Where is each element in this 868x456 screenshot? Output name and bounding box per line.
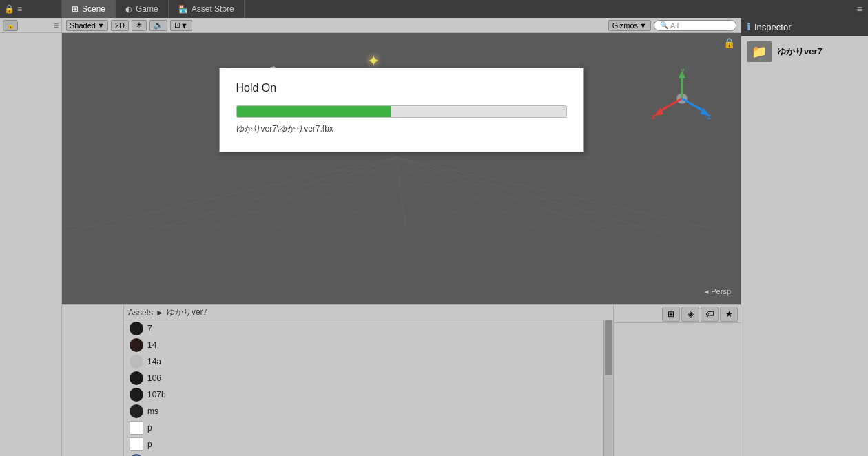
- left-panel: 🔒 ≡: [0, 18, 62, 456]
- asset-thumb-p2: [130, 437, 143, 451]
- bottom-right-panel: ⊞ ◈ 🏷 ★: [613, 304, 741, 456]
- speaker-icon: 🔊: [154, 21, 163, 30]
- inspector-tool-btn-tag[interactable]: 🏷: [701, 307, 719, 322]
- image-dropdown-icon: ▼: [180, 21, 188, 30]
- asset-thumb-106: [130, 371, 143, 385]
- scene-toolbar: Shaded ▼ 2D ☀ 🔊 ⊡ ▼ Gizmos ▼ 🔍: [62, 18, 741, 33]
- tab-options-icon[interactable]: ≡: [851, 0, 868, 18]
- svg-text:x: x: [652, 113, 656, 121]
- breadcrumb: Assets ► ゆかりver7: [128, 307, 207, 318]
- gizmos-label: Gizmos: [612, 21, 638, 30]
- gizmo-svg: y x z: [651, 68, 713, 129]
- shaded-label: Shaded: [70, 21, 96, 30]
- tab-game[interactable]: ◐ Game: [116, 0, 169, 18]
- inspector-info-icon: ℹ: [747, 21, 750, 32]
- main-layout: 🔒 ≡ Shaded ▼ 2D ☀ 🔊 ⊡ ▼: [0, 18, 868, 456]
- list-item[interactable]: p: [124, 419, 603, 436]
- tab-bar: 🔒 ≡ ⊞ Scene ◐ Game 🏪 Asset Store ≡: [0, 0, 868, 18]
- inspector-tool-btn-star[interactable]: ★: [720, 307, 738, 322]
- assets-toolbar: Assets ► ゆかりver7: [124, 305, 613, 320]
- right-panel: ℹ Inspector 📁 ゆかりver7: [741, 18, 868, 456]
- tab-asset-store[interactable]: 🏪 Asset Store: [169, 0, 245, 18]
- scrollbar-thumb[interactable]: [605, 320, 612, 375]
- asset-store-tab-label: Asset Store: [192, 4, 234, 14]
- inspector-body: 📁 ゆかりver7: [741, 36, 868, 456]
- asset-label-14a: 14a: [147, 357, 161, 366]
- svg-text:z: z: [707, 113, 711, 121]
- list-item[interactable]: 106: [124, 370, 603, 386]
- gizmos-btn[interactable]: Gizmos ▼: [608, 20, 651, 31]
- 2d-btn[interactable]: 2D: [111, 20, 129, 31]
- asset-thumb-107b: [130, 388, 143, 402]
- inspector-header: ℹ Inspector: [741, 18, 868, 36]
- scene-tab-label: Scene: [82, 4, 105, 14]
- viewport: ✦ ☁ 🔒: [62, 33, 741, 304]
- asset-label-p2: p: [147, 439, 152, 449]
- lock-vp-icon[interactable]: 🔒: [723, 37, 735, 48]
- asset-thumb-ms: [130, 404, 143, 418]
- progress-label: ゆかりver7\ゆかりver7.fbx: [236, 123, 567, 135]
- gizmos-arrow-icon: ▼: [639, 21, 647, 30]
- inspector-tool-btn-grid[interactable]: ⊞: [662, 307, 680, 322]
- progress-bar-fill: [237, 106, 392, 117]
- progress-bar-container: [236, 105, 567, 118]
- asset-thumb-7: [130, 322, 143, 335]
- bottom-center-panel: Assets ► ゆかりver7 7 14: [124, 304, 613, 456]
- lock-icon: 🔒: [4, 4, 14, 14]
- scene-tab-icon: ⊞: [72, 4, 79, 14]
- bottom-left-panel: [62, 304, 124, 456]
- asset-label-106: 106: [147, 373, 161, 383]
- breadcrumb-root[interactable]: Assets: [128, 308, 153, 318]
- list-item[interactable]: 107b: [124, 386, 603, 403]
- breadcrumb-current[interactable]: ゆかりver7: [167, 307, 207, 318]
- dialog-title: Hold On: [236, 82, 567, 94]
- lock-btn[interactable]: 🔒: [3, 20, 18, 31]
- asset-label-ms: ms: [147, 406, 158, 416]
- asset-label-107b: 107b: [147, 390, 166, 400]
- inspector-tool-btn-layer[interactable]: ◈: [681, 307, 699, 322]
- left-panel-top: 🔒 ≡: [0, 18, 61, 33]
- breadcrumb-arrow-icon: ►: [156, 308, 164, 318]
- list-item[interactable]: 14: [124, 337, 603, 353]
- shaded-arrow-icon: ▼: [97, 21, 105, 30]
- list-item[interactable]: ms: [124, 403, 603, 419]
- asset-label-p1: p: [147, 423, 152, 433]
- hold-on-dialog: Hold On ゆかりver7\ゆかりver7.fbx: [219, 68, 584, 152]
- asset-thumb-p1: [130, 421, 143, 435]
- bottom-scrollbar[interactable]: [603, 320, 613, 456]
- gizmo-widget: y x z: [651, 68, 713, 129]
- bottom-row: Assets ► ゆかりver7 7 14: [62, 304, 741, 456]
- asset-label-7: 7: [147, 324, 152, 333]
- hamburger-icon[interactable]: ≡: [17, 4, 22, 14]
- tab-scene[interactable]: ⊞ Scene: [62, 0, 116, 18]
- search-icon: 🔍: [660, 21, 668, 29]
- inspector-asset: 📁 ゆかりver7: [747, 41, 862, 62]
- image-btn[interactable]: ⊡ ▼: [170, 20, 192, 31]
- list-item[interactable]: 14a: [124, 353, 603, 370]
- asset-label-14: 14: [147, 340, 156, 350]
- bottom-center-inner: 7 14 14a 106: [124, 320, 613, 456]
- inspector-asset-name: ゆかりver7: [777, 45, 823, 58]
- sun-btn[interactable]: ☀: [132, 20, 147, 31]
- game-tab-label: Game: [136, 4, 158, 14]
- search-placeholder: All: [670, 21, 679, 30]
- left-panel-menu[interactable]: ≡: [54, 21, 59, 30]
- inspector-title: Inspector: [754, 22, 791, 32]
- persp-label: ◂ Persp: [705, 287, 731, 296]
- inspector-folder-icon: 📁: [747, 41, 772, 62]
- asset-thumb-14a: [130, 355, 143, 369]
- shaded-dropdown[interactable]: Shaded ▼: [66, 20, 108, 31]
- speaker-btn[interactable]: 🔊: [149, 20, 167, 31]
- list-item[interactable]: 7: [124, 320, 603, 337]
- scene-search-box[interactable]: 🔍 All: [654, 20, 736, 31]
- assets-list: 7 14 14a 106: [124, 320, 603, 456]
- list-item[interactable]: p: [124, 436, 603, 453]
- svg-marker-22: [654, 107, 663, 116]
- inspector-bottom-toolbar: ⊞ ◈ 🏷 ★: [614, 305, 741, 323]
- inspector-lock-placeholder: [617, 310, 625, 318]
- image-icon: ⊡: [174, 21, 180, 30]
- list-item[interactable]: p.MMD4Mecanim: [124, 453, 603, 456]
- sun-icon: ☀: [136, 21, 143, 30]
- svg-text:y: y: [681, 68, 685, 74]
- asset-store-tab-icon: 🏪: [178, 5, 188, 14]
